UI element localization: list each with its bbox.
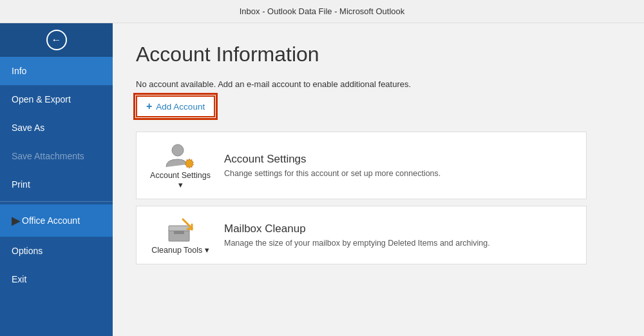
page-title: Account Information <box>136 43 621 66</box>
sidebar-label-save-as: Save As <box>12 123 44 133</box>
mailbox-cleanup-text: Mailbox Cleanup Manage the size of your … <box>224 222 490 248</box>
account-settings-title: Account Settings <box>224 153 440 166</box>
plus-icon: + <box>146 101 152 112</box>
sidebar-item-office-account[interactable]: ▶ Office Account <box>0 204 113 237</box>
sidebar-item-info[interactable]: Info <box>0 57 113 85</box>
cleanup-tools-icon-label[interactable]: Cleanup Tools ▾ <box>151 245 209 255</box>
svg-rect-3 <box>169 226 189 231</box>
cursor-icon: ▶ <box>12 213 21 228</box>
sidebar-label-open-export: Open & Export <box>12 94 71 104</box>
mailbox-cleanup-title: Mailbox Cleanup <box>224 222 490 235</box>
sidebar-item-save-attachments: Save Attachments <box>0 142 113 170</box>
title-bar: Inbox - Outlook Data File - Microsoft Ou… <box>0 0 644 23</box>
back-button[interactable]: ← <box>0 23 113 57</box>
content-area: Account Information No account available… <box>113 23 644 336</box>
sidebar: ← Info Open & Export Save As Save Attach… <box>0 23 113 336</box>
sidebar-divider <box>0 201 113 202</box>
account-settings-text: Account Settings Change settings for thi… <box>224 153 440 178</box>
sidebar-item-exit[interactable]: Exit <box>0 265 113 293</box>
sidebar-label-exit: Exit <box>12 274 26 284</box>
account-settings-icon-label[interactable]: Account Settings ▾ <box>148 171 213 190</box>
title-text: Inbox - Outlook Data File - Microsoft Ou… <box>240 6 404 16</box>
sidebar-label-save-attachments: Save Attachments <box>12 151 84 161</box>
sidebar-label-options: Options <box>12 246 43 256</box>
back-arrow-icon: ← <box>46 30 67 50</box>
mailbox-cleanup-card: Cleanup Tools ▾ Mailbox Cleanup Manage t… <box>136 206 587 264</box>
sidebar-label-print: Print <box>12 179 30 190</box>
cleanup-tools-icon-box[interactable]: Cleanup Tools ▾ <box>148 215 213 255</box>
main-layout: ← Info Open & Export Save As Save Attach… <box>0 23 644 336</box>
svg-point-0 <box>172 144 184 156</box>
sidebar-label-info: Info <box>12 66 26 76</box>
svg-rect-4 <box>174 231 184 234</box>
sidebar-label-office-account: Office Account <box>22 215 80 226</box>
account-settings-icon <box>164 141 197 171</box>
account-settings-icon-box[interactable]: Account Settings ▾ <box>148 141 213 190</box>
cleanup-tools-icon <box>164 215 197 245</box>
mailbox-cleanup-description: Manage the size of your mailbox by empty… <box>224 239 490 248</box>
no-account-message: No account available. Add an e-mail acco… <box>136 79 621 89</box>
sidebar-item-open-export[interactable]: Open & Export <box>0 85 113 114</box>
account-settings-description: Change settings for this account or set … <box>224 169 440 178</box>
account-settings-card: Account Settings ▾ Account Settings Chan… <box>136 132 587 199</box>
sidebar-item-options[interactable]: Options <box>0 237 113 265</box>
sidebar-item-print[interactable]: Print <box>0 170 113 199</box>
add-account-button[interactable]: + Add Account <box>136 95 215 117</box>
add-account-label: Add Account <box>156 102 205 112</box>
sidebar-item-save-as[interactable]: Save As <box>0 114 113 142</box>
